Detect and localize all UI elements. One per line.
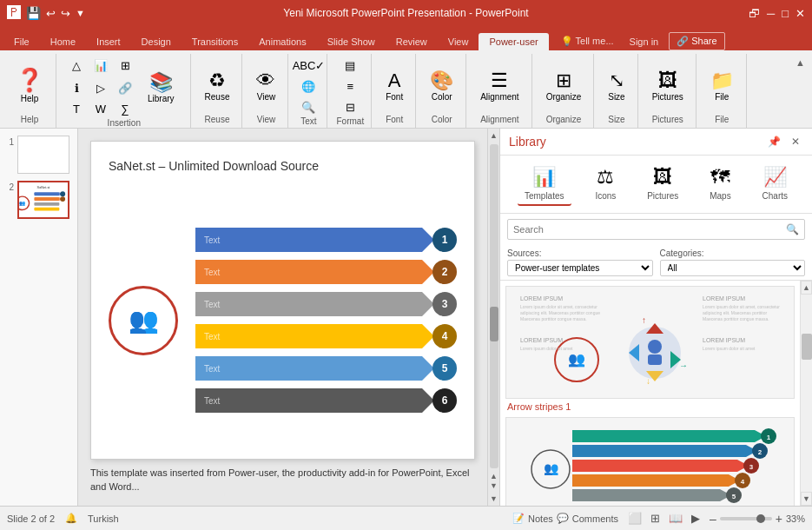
- pictures-label: Pictures: [652, 92, 683, 102]
- lib-cat-charts[interactable]: 📈 Charts: [756, 162, 795, 206]
- sign-in[interactable]: Sign in: [623, 33, 666, 50]
- template-preview-1[interactable]: LOREM IPSUM Lorem ipsum dolor sit amet, …: [505, 286, 795, 399]
- slide-vscrollbar[interactable]: ▲ ▲ ▼ ▼: [487, 129, 499, 506]
- format-group-label: Format: [336, 116, 364, 128]
- presentation-view-button[interactable]: ▶: [689, 511, 703, 526]
- normal-view-button[interactable]: ⬜: [625, 511, 644, 526]
- undo-icon[interactable]: ↩: [46, 7, 56, 20]
- organize-button[interactable]: ⊞ Organize: [541, 68, 587, 103]
- shapes-button[interactable]: △: [65, 56, 88, 75]
- tab-view[interactable]: View: [438, 33, 479, 50]
- vscroll-down2[interactable]: ▼: [490, 481, 498, 490]
- eq-button[interactable]: ∑: [114, 99, 136, 118]
- save-icon[interactable]: 💾: [26, 6, 41, 20]
- zoom-bar[interactable]: [720, 517, 772, 520]
- library-title: Library: [509, 135, 546, 149]
- tab-file[interactable]: File: [3, 33, 40, 50]
- vscroll-track: [490, 144, 498, 468]
- vscroll-up-button[interactable]: ▲: [487, 129, 500, 142]
- find-button[interactable]: 🔍: [297, 97, 320, 116]
- vscroll-down-button[interactable]: ▼: [487, 492, 500, 506]
- sources-select[interactable]: Power-user templates All: [507, 260, 653, 276]
- arrow-row-2: Text 2: [195, 258, 457, 286]
- redo-icon[interactable]: ↪: [61, 7, 70, 20]
- zoom-in-button[interactable]: +: [776, 512, 782, 526]
- link-button[interactable]: 🔗: [114, 78, 136, 97]
- file-button[interactable]: 📁 File: [705, 68, 739, 103]
- format-btn3[interactable]: ⊟: [339, 97, 361, 116]
- close-icon[interactable]: ✕: [795, 7, 805, 20]
- template-preview-2[interactable]: 👥 1 2: [505, 417, 795, 506]
- lib-cat-templates[interactable]: 📊 Templates: [518, 162, 571, 206]
- spellcheck-button[interactable]: ABC✓: [297, 56, 320, 75]
- font-group-label: Font: [386, 115, 403, 126]
- slide-sorter-button[interactable]: ⊞: [648, 511, 663, 526]
- tab-animations[interactable]: Animations: [248, 33, 316, 50]
- view-ribbon-button[interactable]: 👁 View: [251, 68, 281, 103]
- svg-text:4: 4: [740, 478, 744, 486]
- sources-label: Sources:: [507, 248, 653, 258]
- help-button[interactable]: ❓ Help: [10, 65, 49, 105]
- library-pin-button[interactable]: 📌: [764, 134, 784, 149]
- chart-button[interactable]: 📊: [89, 56, 112, 75]
- vscroll-thumb[interactable]: [490, 307, 498, 341]
- svg-text:LOREM IPSUM: LOREM IPSUM: [703, 337, 745, 343]
- font-button[interactable]: A Font: [380, 68, 408, 103]
- charts-icon: 📈: [763, 166, 787, 189]
- lib-scroll-down-button[interactable]: ▼: [801, 492, 812, 506]
- lib-cat-maps[interactable]: 🗺 Maps: [703, 162, 737, 206]
- slide-thumb-1[interactable]: 1: [3, 136, 74, 174]
- slide-thumb-2[interactable]: 2 SaNet.st 👥: [3, 181, 74, 219]
- categories-select[interactable]: All Charts Diagrams: [660, 260, 806, 276]
- table-button[interactable]: ⊞: [114, 56, 136, 75]
- zoom-out-button[interactable]: –: [710, 512, 716, 526]
- customize-icon[interactable]: ▼: [76, 8, 85, 18]
- translate-button[interactable]: 🌐: [297, 76, 320, 96]
- file-label: File: [715, 92, 729, 102]
- search-button[interactable]: 🔍: [781, 220, 804, 239]
- color-label: Color: [432, 92, 452, 102]
- lib-scroll-thumb[interactable]: [802, 334, 812, 360]
- library-close-button[interactable]: ✕: [788, 134, 803, 149]
- format-btn1[interactable]: ▤: [339, 56, 361, 75]
- format-btn2[interactable]: ≡: [339, 76, 361, 96]
- tab-design[interactable]: Design: [131, 33, 182, 50]
- language-indicator[interactable]: Turkish: [88, 513, 119, 524]
- vscroll-up2[interactable]: ▲: [490, 472, 498, 480]
- wordart-button[interactable]: W: [89, 99, 112, 118]
- tab-review[interactable]: Review: [386, 33, 438, 50]
- tab-slideshow[interactable]: Slide Show: [317, 33, 386, 50]
- ribbon-collapse-button[interactable]: ▲: [792, 54, 809, 128]
- maximize-icon[interactable]: □: [782, 7, 789, 20]
- svg-marker-37: [572, 445, 757, 457]
- notes-button[interactable]: Notes: [528, 513, 553, 524]
- tell-me[interactable]: 💡 Tell me...: [552, 32, 623, 50]
- title-bar-left: 🅿 💾 ↩ ↪ ▼: [7, 5, 85, 21]
- search-input[interactable]: [508, 221, 781, 238]
- minimize-icon[interactable]: ─: [767, 7, 775, 20]
- tab-insert[interactable]: Insert: [86, 33, 131, 50]
- lib-cat-icons[interactable]: ⚖ Icons: [588, 162, 623, 206]
- tab-poweruser[interactable]: Power-user: [479, 33, 548, 50]
- comments-button[interactable]: Comments: [572, 513, 618, 524]
- lib-cat-pictures[interactable]: 🖼 Pictures: [640, 162, 685, 206]
- tab-home[interactable]: Home: [40, 33, 86, 50]
- textbox-button[interactable]: T: [65, 99, 88, 118]
- reading-view-button[interactable]: 📖: [666, 511, 685, 526]
- smartart-button[interactable]: ℹ: [65, 78, 88, 97]
- powerpoint-icon: 🅿: [7, 5, 21, 21]
- restore-down-icon[interactable]: 🗗: [749, 7, 760, 20]
- tab-transitions[interactable]: Transitions: [182, 33, 248, 50]
- media-button[interactable]: ▷: [89, 78, 112, 97]
- pictures-button[interactable]: 🖼 Pictures: [647, 68, 689, 103]
- slide-preview-1: [17, 136, 69, 174]
- share-button[interactable]: 🔗 Share: [669, 32, 724, 50]
- reuse-button[interactable]: ♻ Reuse: [200, 68, 235, 103]
- library-button[interactable]: 📚 Library: [139, 68, 183, 107]
- lib-scroll-up-button[interactable]: ▲: [801, 281, 812, 295]
- alignment-label: Alignment: [480, 92, 518, 102]
- size-button[interactable]: ⤡ Size: [603, 68, 630, 103]
- color-button[interactable]: 🎨 Color: [425, 68, 459, 103]
- alignment-button[interactable]: ☰ Alignment: [475, 68, 524, 103]
- svg-point-23: [648, 340, 662, 354]
